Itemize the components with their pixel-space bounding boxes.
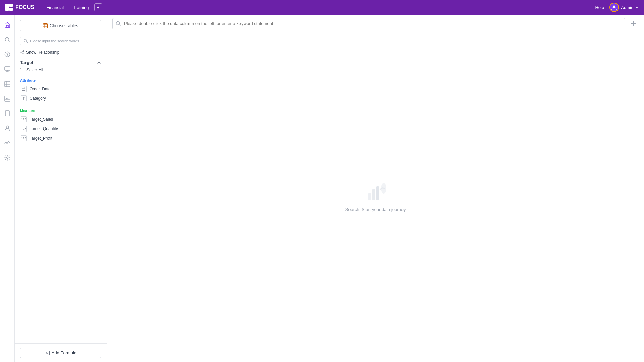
choose-tables-label: Choose Tables	[50, 23, 78, 28]
field-target-profit[interactable]: 123 Target_Profit	[20, 134, 101, 143]
svg-rect-4	[6, 25, 8, 27]
svg-point-22	[6, 126, 8, 128]
left-search-icon	[24, 39, 28, 43]
app-name: FOCUS	[15, 4, 34, 10]
svg-rect-18	[5, 111, 9, 116]
user-avatar-icon	[611, 5, 617, 10]
select-all-checkbox[interactable]	[20, 68, 24, 72]
svg-line-34	[21, 53, 23, 54]
main-container: ?	[0, 15, 644, 362]
relationship-icon	[20, 50, 24, 54]
svg-rect-43	[368, 193, 371, 200]
left-search-placeholder: Please input the search words	[30, 39, 79, 43]
search-bar	[107, 15, 644, 33]
field-target-quantity-label: Target_Quantity	[30, 126, 58, 131]
measure-category-label: Measure	[20, 109, 101, 113]
main-content: Search, Start your data journey	[107, 15, 644, 362]
add-formula-button[interactable]: fx Add Formula	[20, 348, 101, 358]
svg-rect-2	[9, 8, 13, 11]
select-all-label: Select All	[26, 68, 43, 72]
calendar-icon	[21, 86, 27, 92]
topnav-right: Help Admin ▼	[595, 3, 639, 12]
left-panel-content: Choose Tables Please input the search wo…	[15, 15, 107, 343]
search-settings-icon[interactable]	[628, 18, 639, 29]
sidebar-item-table[interactable]	[1, 78, 13, 90]
svg-point-32	[23, 53, 24, 54]
sidebar-item-inbox[interactable]	[1, 93, 13, 105]
svg-point-31	[23, 51, 24, 52]
svg-rect-0	[5, 4, 9, 11]
sidebar-item-settings[interactable]	[1, 152, 13, 164]
settings-icon	[4, 155, 10, 161]
sidebar-item-home[interactable]	[1, 19, 13, 31]
svg-line-29	[27, 42, 28, 43]
svg-point-5	[5, 38, 9, 41]
sidebar-item-monitor[interactable]	[1, 63, 13, 75]
top-nav: FOCUS Financial Training + Help Admin ▼	[0, 0, 644, 15]
svg-rect-45	[376, 186, 379, 200]
svg-rect-16	[5, 96, 10, 101]
nav-training[interactable]: Training	[69, 3, 93, 12]
target-section-header: Target	[20, 60, 101, 65]
field-target-profit-label: Target_Profit	[30, 136, 52, 141]
activity-icon	[4, 140, 10, 146]
left-panel: Choose Tables Please input the search wo…	[15, 15, 107, 362]
svg-rect-1	[9, 4, 13, 7]
users-icon	[4, 125, 10, 131]
svg-point-30	[20, 52, 21, 53]
svg-point-23	[6, 157, 8, 159]
svg-rect-44	[372, 189, 375, 200]
field-target-sales-label: Target_Sales	[30, 117, 53, 122]
user-dropdown-icon[interactable]: ▼	[635, 6, 639, 9]
user-name: Admin	[621, 5, 633, 10]
attribute-category-label: Attribute	[20, 78, 101, 82]
sidebar-item-search[interactable]	[1, 34, 13, 46]
search-sidebar-icon	[4, 37, 10, 43]
sidebar-item-docs[interactable]	[1, 107, 13, 119]
field-target-quantity[interactable]: 123 Target_Quantity	[20, 124, 101, 134]
left-panel-footer: fx Add Formula	[15, 343, 107, 362]
select-all-row[interactable]: Select All	[20, 68, 101, 72]
main-search-input[interactable]	[112, 18, 625, 29]
sidebar-item-activity[interactable]	[1, 137, 13, 149]
placeholder-chart-icon	[366, 183, 386, 203]
table-icon	[4, 81, 10, 87]
svg-rect-24	[43, 23, 48, 28]
icon-sidebar: ?	[0, 15, 15, 362]
add-formula-label: Add Formula	[52, 350, 76, 355]
svg-text:fx: fx	[46, 352, 48, 355]
svg-rect-12	[5, 81, 10, 87]
field-order-date-label: Order_Date	[30, 87, 51, 91]
field-category-label: Category	[30, 96, 46, 101]
svg-rect-9	[5, 67, 10, 70]
show-relationship-toggle[interactable]: Show Relationship	[20, 50, 101, 55]
field-category[interactable]: T Category	[20, 94, 101, 103]
placeholder-text: Search, Start your data journey	[345, 207, 406, 212]
collapse-icon[interactable]	[97, 60, 101, 65]
svg-point-46	[381, 183, 386, 194]
sidebar-item-help[interactable]: ?	[1, 48, 13, 60]
inbox-icon	[4, 96, 10, 102]
user-menu[interactable]: Admin ▼	[609, 3, 639, 12]
nav-links: Financial Training +	[42, 3, 102, 12]
field-order-date[interactable]: Order_Date	[20, 84, 101, 94]
docs-icon	[4, 110, 10, 116]
sidebar-item-users[interactable]	[1, 122, 13, 134]
number-icon-2: 123	[21, 126, 27, 132]
app-logo: FOCUS	[5, 4, 34, 11]
section-divider	[20, 75, 101, 75]
help-link[interactable]: Help	[595, 5, 604, 10]
formula-icon: fx	[45, 351, 50, 355]
add-tab-button[interactable]: +	[94, 3, 102, 11]
nav-financial[interactable]: Financial	[42, 3, 68, 12]
table-small-icon	[43, 23, 48, 28]
choose-tables-button[interactable]: Choose Tables	[20, 20, 101, 31]
target-section: Target Select All Attribute	[20, 60, 101, 143]
svg-text:?: ?	[6, 53, 8, 56]
svg-rect-35	[22, 88, 25, 91]
target-section-title: Target	[20, 60, 33, 65]
section-divider-2	[20, 106, 101, 106]
help-icon: ?	[4, 51, 10, 57]
field-target-sales[interactable]: 123 Target_Sales	[20, 115, 101, 124]
left-panel-search[interactable]: Please input the search words	[20, 37, 101, 45]
